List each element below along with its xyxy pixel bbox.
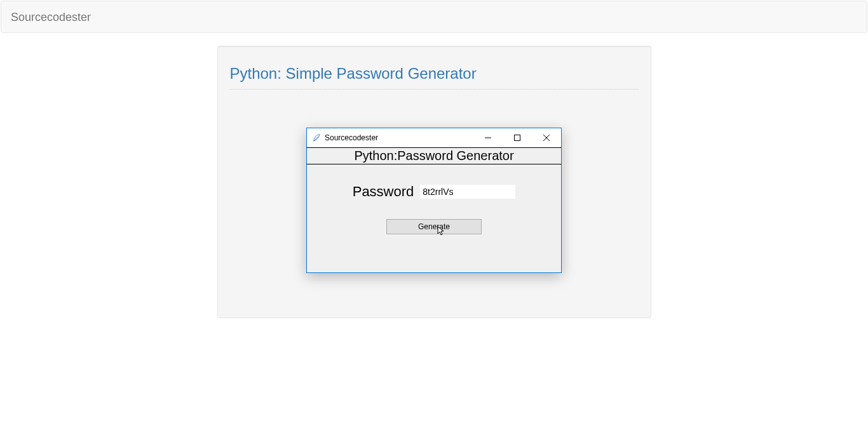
window-title: Sourcecodester [325, 133, 378, 142]
titlebar-controls [473, 128, 561, 147]
window-titlebar: Sourcecodester [307, 128, 561, 147]
feather-icon [312, 133, 321, 142]
page-title: Python: Simple Password Generator [230, 65, 639, 83]
password-field[interactable] [420, 185, 515, 199]
close-button[interactable] [532, 128, 561, 147]
app-header-text: Python:Password Generator [354, 149, 513, 163]
minimize-button[interactable] [473, 128, 503, 147]
generate-button[interactable]: Generate [386, 219, 482, 234]
password-label: Password [353, 184, 414, 200]
app-body: Password Generate [307, 164, 561, 272]
titlebar-left: Sourcecodester [312, 133, 378, 142]
svg-rect-2 [515, 135, 520, 141]
app-header: Python:Password Generator [306, 147, 562, 164]
content-panel: Python: Simple Password Generator Source… [217, 46, 651, 318]
generate-button-label: Generate [418, 222, 450, 231]
app-window: Sourcecodester Python:Password Generator [306, 128, 562, 273]
maximize-button[interactable] [503, 128, 532, 147]
navbar: Sourcecodester [1, 1, 867, 33]
divider [230, 89, 639, 90]
password-row: Password [320, 184, 548, 200]
navbar-brand[interactable]: Sourcecodester [11, 11, 91, 23]
panel-body: Sourcecodester Python:Password Generator [230, 102, 639, 305]
